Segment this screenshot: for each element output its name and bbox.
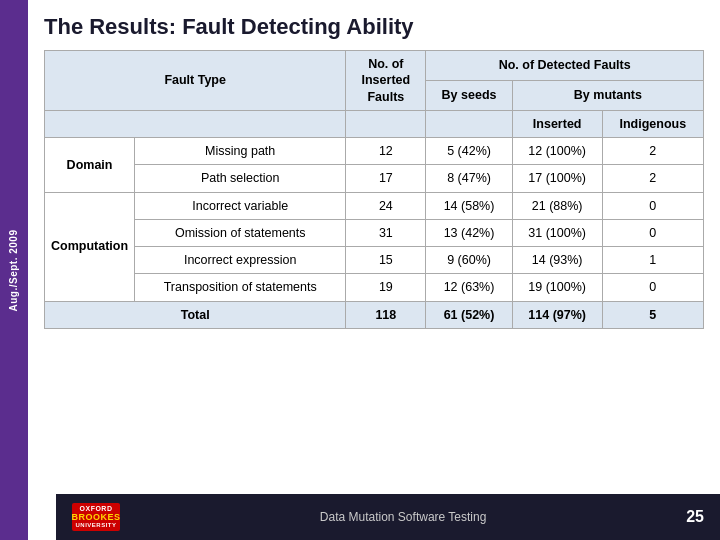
- by-seeds-cell: 9 (60%): [426, 247, 512, 274]
- by-seeds-cell: 5 (42%): [426, 138, 512, 165]
- side-label-text: Aug./Sept. 2009: [9, 229, 20, 311]
- inserted-faults-cell: 15: [346, 247, 426, 274]
- indigenous-cell: 2: [602, 138, 703, 165]
- inserted-faults-cell: 12: [346, 138, 426, 165]
- indigenous-cell: 1: [602, 247, 703, 274]
- footer-page: 25: [686, 508, 704, 526]
- inserted-mutants-cell: 14 (93%): [512, 247, 602, 274]
- table-row: Incorrect expression 15 9 (60%) 14 (93%)…: [45, 247, 704, 274]
- blank-header: [45, 110, 346, 137]
- results-table: Fault Type No. of Inserted Faults No. of…: [44, 50, 704, 329]
- footer-logo: OXFORD BROOKES UNIVERSITY: [72, 503, 120, 531]
- by-mutants-header: By mutants: [512, 80, 703, 110]
- fault-type-cell: Incorrect variable: [135, 192, 346, 219]
- main-content: The Results: Fault Detecting Ability Fau…: [28, 0, 720, 540]
- left-bar: Aug./Sept. 2009: [0, 0, 28, 540]
- fault-type-cell: Missing path: [135, 138, 346, 165]
- inserted-faults-header: No. of Inserted Faults: [346, 51, 426, 111]
- by-seeds-header: By seeds: [426, 80, 512, 110]
- inserted-faults-cell: 19: [346, 274, 426, 301]
- table-container: Fault Type No. of Inserted Faults No. of…: [28, 50, 720, 329]
- indigenous-cell: 0: [602, 219, 703, 246]
- side-label: Aug./Sept. 2009: [0, 0, 28, 540]
- blank-header2: [346, 110, 426, 137]
- header-row-3: Inserted Indigenous: [45, 110, 704, 137]
- footer-subtitle: Data Mutation Software Testing: [320, 510, 487, 524]
- inserted-mutants-cell: 12 (100%): [512, 138, 602, 165]
- total-indigenous: 5: [602, 301, 703, 328]
- by-seeds-cell: 13 (42%): [426, 219, 512, 246]
- table-row: Path selection 17 8 (47%) 17 (100%) 2: [45, 165, 704, 192]
- total-label: Total: [45, 301, 346, 328]
- footer: OXFORD BROOKES UNIVERSITY Data Mutation …: [56, 494, 720, 540]
- computation-cell: Computation: [45, 192, 135, 301]
- logo-box: OXFORD BROOKES UNIVERSITY: [72, 503, 120, 531]
- fault-type-header: Fault Type: [45, 51, 346, 111]
- inserted-mutants-cell: 31 (100%): [512, 219, 602, 246]
- total-inserted: 118: [346, 301, 426, 328]
- table-row: Transposition of statements 19 12 (63%) …: [45, 274, 704, 301]
- inserted-mutants-cell: 21 (88%): [512, 192, 602, 219]
- indigenous-cell: 0: [602, 192, 703, 219]
- by-seeds-cell: 14 (58%): [426, 192, 512, 219]
- slide: Aug./Sept. 2009 The Results: Fault Detec…: [0, 0, 720, 540]
- indigenous-header: Indigenous: [602, 110, 703, 137]
- fault-type-cell: Omission of statements: [135, 219, 346, 246]
- indigenous-cell: 0: [602, 274, 703, 301]
- fault-type-cell: Incorrect expression: [135, 247, 346, 274]
- blank-header3: [426, 110, 512, 137]
- total-inserted-mutants: 114 (97%): [512, 301, 602, 328]
- logo-oxford: OXFORD BROOKES UNIVERSITY: [72, 505, 121, 529]
- header-row-1: Fault Type No. of Inserted Faults No. of…: [45, 51, 704, 81]
- fault-type-cell: Path selection: [135, 165, 346, 192]
- inserted-mutants-header: Inserted: [512, 110, 602, 137]
- domain-cell: Domain: [45, 138, 135, 193]
- table-row: Domain Missing path 12 5 (42%) 12 (100%)…: [45, 138, 704, 165]
- total-by-seeds: 61 (52%): [426, 301, 512, 328]
- inserted-faults-cell: 17: [346, 165, 426, 192]
- fault-type-cell: Transposition of statements: [135, 274, 346, 301]
- inserted-faults-cell: 31: [346, 219, 426, 246]
- table-row: Computation Incorrect variable 24 14 (58…: [45, 192, 704, 219]
- by-seeds-cell: 12 (63%): [426, 274, 512, 301]
- inserted-mutants-cell: 19 (100%): [512, 274, 602, 301]
- inserted-mutants-cell: 17 (100%): [512, 165, 602, 192]
- detected-faults-header: No. of Detected Faults: [426, 51, 704, 81]
- table-row: Omission of statements 31 13 (42%) 31 (1…: [45, 219, 704, 246]
- inserted-faults-cell: 24: [346, 192, 426, 219]
- total-row: Total 118 61 (52%) 114 (97%) 5: [45, 301, 704, 328]
- page-title: The Results: Fault Detecting Ability: [28, 0, 720, 50]
- indigenous-cell: 2: [602, 165, 703, 192]
- by-seeds-cell: 8 (47%): [426, 165, 512, 192]
